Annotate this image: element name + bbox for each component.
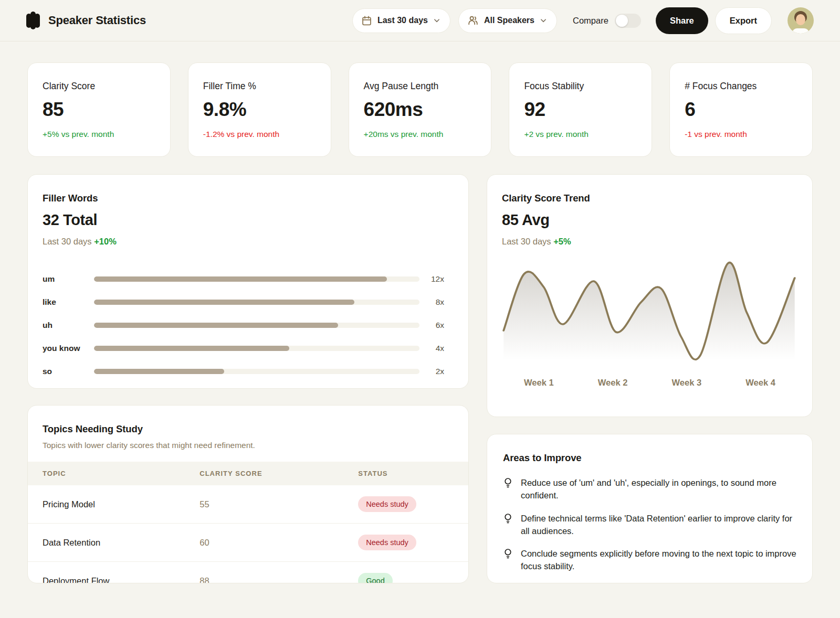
topics-table: Topic Clarity Score Status Pricing Model… <box>28 462 468 583</box>
bar-row: uh6x <box>43 314 444 337</box>
lightbulb-icon <box>503 513 513 524</box>
improve-item: Define technical terms like 'Data Retent… <box>503 512 796 538</box>
export-button[interactable]: Export <box>715 7 772 34</box>
compare-label: Compare <box>573 16 608 26</box>
date-range-label: Last 30 days <box>377 16 428 25</box>
trend-line-svg <box>502 257 797 368</box>
trend-title: Clarity Score Trend <box>502 193 797 204</box>
stat-delta: -1.2% vs prev. month <box>203 130 316 139</box>
bar-label: um <box>43 274 94 284</box>
trend-x-axis-labels: Week 1Week 2Week 3Week 4 <box>502 378 797 388</box>
topic-score: 55 <box>200 485 358 524</box>
stat-value: 6 <box>685 99 797 121</box>
bar-track <box>94 276 419 282</box>
stat-delta: +20ms vs prev. month <box>364 130 477 139</box>
stat-delta: +5% vs prev. month <box>43 130 155 139</box>
trend-period: Last 30 days +5% <box>502 237 797 247</box>
topic-name: Deployment Flow <box>28 562 200 584</box>
date-range-dropdown[interactable]: Last 30 days <box>352 8 450 33</box>
avatar-shirt <box>792 28 809 34</box>
stat-card-row: Clarity Score 85 +5% vs prev. month Fill… <box>27 62 813 157</box>
stat-label: # Focus Changes <box>685 81 797 92</box>
topic-name: Pricing Model <box>28 485 200 524</box>
improve-text: Conclude segments explicitly before movi… <box>521 547 796 573</box>
speaker-filter-label: All Speakers <box>484 16 534 25</box>
lightbulb-icon <box>503 548 513 559</box>
bar-row: um12x <box>43 268 444 291</box>
compare-toggle[interactable] <box>615 14 641 28</box>
stat-card-clarity-score: Clarity Score 85 +5% vs prev. month <box>27 62 171 157</box>
table-row: Deployment Flow 88 Good <box>28 562 468 584</box>
toggle-knob <box>616 15 628 27</box>
stat-value: 85 <box>43 99 155 121</box>
lightbulb-icon <box>503 477 513 488</box>
improve-list: Reduce use of 'um' and 'uh', especially … <box>503 476 796 573</box>
bar-label: uh <box>43 321 94 330</box>
calendar-icon <box>361 15 372 26</box>
bar-count: 6x <box>419 321 444 330</box>
table-row: Pricing Model 55 Needs study <box>28 485 468 524</box>
bar-count: 12x <box>419 274 444 284</box>
topic-name: Data Retention <box>28 524 200 562</box>
avatar-face <box>796 14 805 25</box>
bar-label: so <box>43 367 94 376</box>
bar-label: you know <box>43 344 94 353</box>
filler-words-card: Filler Words 32 Total Last 30 days +10% … <box>27 174 469 389</box>
chevron-down-icon <box>540 17 547 24</box>
share-button[interactable]: Share <box>656 7 708 34</box>
x-axis-label: Week 1 <box>502 378 576 388</box>
stat-card-focus-changes: # Focus Changes 6 -1 vs prev. month <box>669 62 813 157</box>
speaker-filter-dropdown[interactable]: All Speakers <box>458 8 557 33</box>
improve-text: Reduce use of 'um' and 'uh', especially … <box>521 476 796 502</box>
bar-count: 8x <box>419 297 444 307</box>
stat-label: Focus Stability <box>524 81 637 92</box>
bar-row: like8x <box>43 291 444 314</box>
filler-words-title: Filler Words <box>43 193 444 204</box>
bar-row: you know4x <box>43 337 444 360</box>
bar-fill <box>94 369 224 374</box>
bar-track <box>94 300 419 305</box>
filler-words-period-delta: +10% <box>94 237 117 246</box>
clarity-trend-line-chart <box>502 257 797 368</box>
bar-label: like <box>43 297 94 307</box>
speakers-icon <box>467 15 479 26</box>
areas-title: Areas to Improve <box>503 452 796 464</box>
table-row: Data Retention 60 Needs study <box>28 524 468 562</box>
improve-text: Define technical terms like 'Data Retent… <box>521 512 796 538</box>
stat-card-filler-time: Filler Time % 9.8% -1.2% vs prev. month <box>188 62 331 157</box>
bar-track <box>94 346 419 351</box>
x-axis-label: Week 4 <box>723 378 797 388</box>
stat-card-focus-stability: Focus Stability 92 +2 vs prev. month <box>509 62 652 157</box>
bar-count: 2x <box>419 367 444 376</box>
stat-delta: +2 vs prev. month <box>524 130 637 139</box>
bar-fill <box>94 276 387 282</box>
chevron-down-icon <box>433 17 440 24</box>
x-axis-label: Week 3 <box>650 378 724 388</box>
column-header-clarity-score: Clarity Score <box>200 462 358 485</box>
column-header-topic: Topic <box>28 462 200 485</box>
stat-value: 9.8% <box>203 99 316 121</box>
improve-item: Conclude segments explicitly before movi… <box>503 547 796 573</box>
status-badge: Needs study <box>358 535 416 550</box>
topics-subtitle: Topics with lower clarity scores that mi… <box>43 441 454 450</box>
stat-value: 620ms <box>364 99 477 121</box>
bar-fill <box>94 323 338 328</box>
bar-track <box>94 323 419 328</box>
status-badge: Needs study <box>358 496 416 512</box>
stat-label: Clarity Score <box>43 81 155 92</box>
trend-period-delta: +5% <box>553 237 571 246</box>
stat-label: Avg Pause Length <box>364 81 477 92</box>
topics-title: Topics Needing Study <box>43 423 454 435</box>
bar-count: 4x <box>419 344 444 353</box>
page-title: Speaker Statistics <box>48 14 146 27</box>
x-axis-label: Week 2 <box>576 378 650 388</box>
filler-words-period: Last 30 days +10% <box>43 237 444 247</box>
topics-card: Topics Needing Study Topics with lower c… <box>27 405 469 583</box>
areas-to-improve-card: Areas to Improve Reduce use of 'um' and … <box>487 434 813 583</box>
stat-card-avg-pause: Avg Pause Length 620ms +20ms vs prev. mo… <box>349 62 492 157</box>
stat-value: 92 <box>524 99 637 121</box>
user-avatar[interactable] <box>788 7 814 34</box>
status-badge: Good <box>358 573 392 583</box>
bar-fill <box>94 346 289 351</box>
bar-fill <box>94 300 354 305</box>
